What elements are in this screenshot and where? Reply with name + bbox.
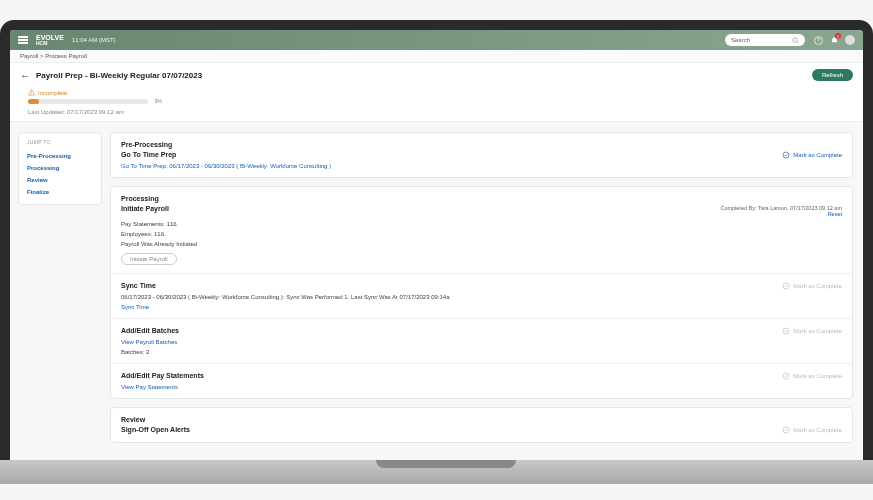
mark-complete-disabled: Mark as Complete xyxy=(782,426,842,434)
svg-point-6 xyxy=(783,152,789,158)
batches-count: Batches: 2 xyxy=(121,349,842,355)
check-circle-icon xyxy=(782,327,790,335)
sidebar-item-review[interactable]: Review xyxy=(27,174,93,186)
pay-statements-title: Add/Edit Pay Statements xyxy=(121,372,204,379)
notification-badge: 2 xyxy=(835,33,841,39)
sidebar: JUMP TO Pre-Processing Processing Review… xyxy=(10,122,110,460)
view-batches-link[interactable]: View Payroll Batches xyxy=(121,339,842,345)
sync-time-title: Sync Time xyxy=(121,282,156,289)
check-circle-icon xyxy=(782,426,790,434)
svg-text:?: ? xyxy=(817,37,820,43)
section-heading-review: Review xyxy=(121,416,842,423)
initiate-payroll-title: Initiate Payroll xyxy=(121,205,169,212)
reset-link[interactable]: Reset xyxy=(720,211,842,217)
refresh-button[interactable]: Refresh xyxy=(812,69,853,81)
time-prep-link[interactable]: Go To Time Prep: 06/17/2023 - 06/30/2023… xyxy=(121,163,842,169)
back-arrow-icon[interactable]: ← xyxy=(20,70,30,81)
processing-card: Processing Initiate Payroll Completed By… xyxy=(110,186,853,399)
section-heading-processing: Processing xyxy=(121,195,842,202)
pay-statements-count: Pay Statements: 116. xyxy=(121,221,842,227)
svg-point-8 xyxy=(783,328,789,334)
section-heading-preprocessing: Pre-Processing xyxy=(121,141,842,148)
page-title: Payroll Prep - Bi-Weekly Regular 07/07/2… xyxy=(36,71,806,80)
sync-body-text: 06/17/2023 - 06/30/2023 ( Bi-Weekly: Wor… xyxy=(121,294,842,300)
search-icon xyxy=(792,37,799,44)
svg-point-9 xyxy=(783,373,789,379)
batches-title: Add/Edit Batches xyxy=(121,327,179,334)
search-input[interactable]: Search xyxy=(725,34,805,46)
mark-complete-disabled: Mark as Complete xyxy=(782,327,842,335)
svg-point-5 xyxy=(31,94,32,95)
preprocessing-card: Pre-Processing Go To Time Prep Mark as C… xyxy=(110,132,853,178)
svg-point-0 xyxy=(793,37,797,41)
check-circle-icon xyxy=(782,151,790,159)
sidebar-item-preprocessing[interactable]: Pre-Processing xyxy=(27,150,93,162)
status-badge: Incomplete xyxy=(28,89,845,96)
svg-point-10 xyxy=(783,427,789,433)
sync-time-link[interactable]: Sync Time xyxy=(121,304,842,310)
progress-bar: 9% xyxy=(28,99,148,104)
main-content: Pre-Processing Go To Time Prep Mark as C… xyxy=(110,122,863,460)
check-circle-icon xyxy=(782,282,790,290)
view-pay-statements-link[interactable]: View Pay Statements xyxy=(121,384,842,390)
check-circle-icon xyxy=(782,372,790,380)
signoff-alerts-title: Sign-Off Open Alerts xyxy=(121,426,190,433)
completed-by-text: Completed By: Tara Larson, 07/17/2023 09… xyxy=(720,205,842,211)
sidebar-item-finalize[interactable]: Finalize xyxy=(27,186,93,198)
svg-point-7 xyxy=(783,283,789,289)
breadcrumb[interactable]: Payroll > Process Payroll xyxy=(10,50,863,63)
header-time: 11:04 AM (MST) xyxy=(72,37,116,43)
mark-complete-disabled: Mark as Complete xyxy=(782,282,842,290)
review-card: Review Sign-Off Open Alerts Mark as Comp… xyxy=(110,407,853,443)
employees-count: Employees: 116. xyxy=(121,231,842,237)
jump-to-label: JUMP TO xyxy=(27,139,93,145)
mark-complete-link[interactable]: Mark as Complete xyxy=(782,151,842,159)
app-header: EVOLVE HCM 11:04 AM (MST) Search ? 2 xyxy=(10,30,863,50)
svg-line-1 xyxy=(797,41,799,43)
hamburger-menu-icon[interactable] xyxy=(18,35,28,46)
last-updated: Last Updated: 07/17/2023 09:12 am xyxy=(10,106,863,122)
go-to-time-prep-title: Go To Time Prep xyxy=(121,151,176,158)
initiate-payroll-button[interactable]: Initiate Payroll xyxy=(121,253,177,265)
warning-icon xyxy=(28,89,35,96)
logo: EVOLVE HCM xyxy=(36,34,64,46)
already-initiated-text: Payroll Was Already Initiated xyxy=(121,241,842,247)
notification-icon[interactable]: 2 xyxy=(829,35,839,45)
help-icon[interactable]: ? xyxy=(813,35,823,45)
mark-complete-disabled: Mark as Complete xyxy=(782,372,842,380)
sidebar-item-processing[interactable]: Processing xyxy=(27,162,93,174)
avatar[interactable] xyxy=(845,35,855,45)
